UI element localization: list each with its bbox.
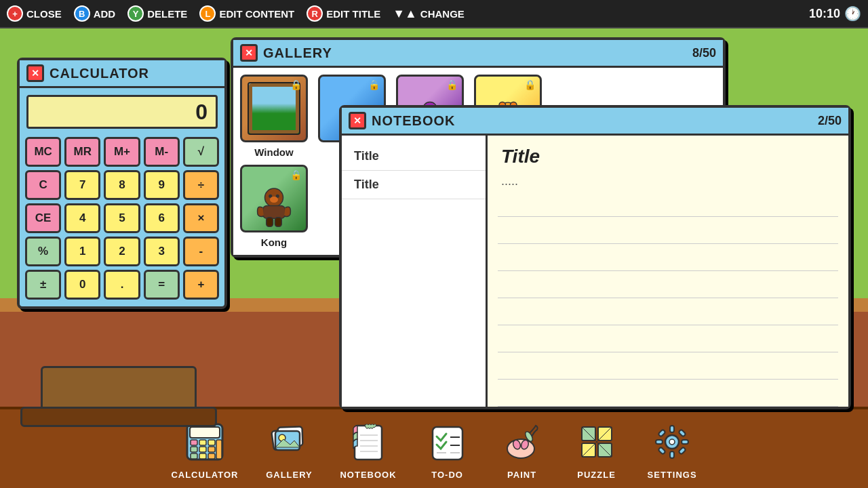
taskbar-notebook[interactable]: NOTEBOOK [340, 418, 396, 480]
gallery-close-button[interactable]: ✕ [240, 44, 258, 62]
calc-7-button[interactable]: 7 [64, 170, 100, 200]
calc-8-button[interactable]: 8 [104, 170, 140, 200]
taskbar-paint[interactable]: PAINT [498, 418, 546, 480]
time-display: 10:10 [809, 7, 840, 21]
notebook-count: 2/50 [818, 114, 842, 128]
lock-icon-kong: 🔒 [290, 169, 302, 180]
delete-btn-icon: Y [127, 5, 144, 22]
delete-label: DELETE [147, 8, 187, 20]
calculator-close-button[interactable]: ✕ [26, 64, 44, 82]
puzzle-taskbar-icon [573, 418, 620, 466]
svg-rect-56 [433, 427, 462, 460]
notebook-taskbar-icon [344, 418, 392, 466]
notebook-page-title: Title [501, 146, 835, 167]
calc-6-button[interactable]: 6 [144, 203, 180, 233]
calc-sqrt-button[interactable]: √ [183, 137, 219, 167]
taskbar-todo-label: TO-DO [431, 470, 463, 480]
edit-title-label: EDIT TITLE [326, 8, 380, 20]
gallery-item-window[interactable]: 🔒 Window [240, 75, 308, 158]
taskbar-puzzle-label: PUZZLE [577, 470, 616, 480]
svg-rect-36 [191, 440, 197, 445]
svg-rect-79 [658, 447, 665, 454]
settings-icon-svg [652, 422, 692, 462]
calc-plus-button[interactable]: + [183, 270, 219, 300]
notebook-list-item-1[interactable]: Title [342, 142, 486, 171]
calc-4-button[interactable]: 4 [64, 203, 100, 233]
clock-icon: 🕐 [844, 5, 861, 22]
calc-5-button[interactable]: 5 [104, 203, 140, 233]
calc-mc-button[interactable]: MC [25, 137, 61, 167]
calculator-window: ✕ CALCULATOR 0 MC MR M+ M- √ C 7 8 9 ÷ C… [17, 58, 227, 309]
toolbar-add[interactable]: B ADD [74, 5, 116, 22]
svg-point-72 [669, 439, 675, 445]
gallery-item-kong[interactable]: 🔒 Kong [240, 165, 308, 248]
calculator-titlebar: ✕ CALCULATOR [20, 60, 224, 88]
calc-c-button[interactable]: C [25, 170, 61, 200]
close-label: CLOSE [26, 8, 62, 20]
notebook-list-item-2[interactable]: Title [342, 171, 486, 199]
taskbar-puzzle[interactable]: PUZZLE [573, 418, 620, 480]
lock-icon-purple: 🔒 [446, 79, 458, 90]
calc-9-button[interactable]: 9 [144, 170, 180, 200]
calc-mplus-button[interactable]: M+ [104, 137, 140, 167]
calc-0-button[interactable]: 0 [64, 270, 100, 300]
taskbar-settings[interactable]: SETTINGS [648, 418, 697, 480]
taskbar-gallery[interactable]: GALLERY [265, 418, 313, 480]
calc-dot-button[interactable]: . [104, 270, 140, 300]
calc-1-button[interactable]: 1 [64, 237, 100, 266]
calc-3-button[interactable]: 3 [144, 237, 180, 266]
calc-percent-button[interactable]: % [25, 237, 61, 266]
notebook-icon-svg [348, 422, 389, 462]
calc-minus-button[interactable]: - [183, 237, 219, 266]
svg-rect-42 [191, 453, 197, 459]
calculator-icon-svg [184, 422, 225, 462]
svg-rect-76 [682, 440, 688, 444]
svg-rect-37 [199, 440, 206, 445]
svg-rect-45 [216, 440, 222, 459]
svg-rect-51 [355, 426, 382, 460]
notebook-line-8 [498, 380, 838, 407]
calc-2-button[interactable]: 2 [104, 237, 140, 266]
gallery-titlebar: ✕ GALLERY 8/50 [233, 40, 723, 68]
taskbar-calculator-label: CALCULATOR [171, 470, 238, 480]
gallery-label-kong: Kong [261, 237, 287, 248]
calc-equals-button[interactable]: = [144, 270, 180, 300]
svg-rect-44 [208, 453, 215, 459]
calc-mminus-button[interactable]: M- [144, 137, 180, 167]
taskbar-calculator[interactable]: CALCULATOR [171, 418, 238, 480]
calc-row-5: ± 0 . = + [25, 270, 219, 300]
gallery-label-window: Window [254, 146, 293, 158]
calc-multiply-button[interactable]: × [183, 203, 219, 233]
notebook-line-6 [498, 325, 838, 352]
add-label: ADD [94, 8, 116, 20]
svg-rect-77 [658, 429, 665, 436]
calc-plusminus-button[interactable]: ± [25, 270, 61, 300]
toolbar-close[interactable]: + CLOSE [7, 5, 62, 22]
window-frame [249, 83, 299, 134]
calc-mr-button[interactable]: MR [64, 137, 100, 167]
svg-rect-41 [208, 447, 215, 452]
toolbar-change[interactable]: ▼▲ CHANGE [393, 7, 465, 21]
calculator-buttons: MC MR M+ M- √ C 7 8 9 ÷ CE 4 5 6 × % 1 2… [20, 134, 224, 306]
edit-content-label: EDIT CONTENT [219, 8, 294, 20]
svg-point-61 [507, 439, 534, 458]
gallery-taskbar-icon [265, 418, 313, 466]
toolbar-delete[interactable]: Y DELETE [127, 5, 187, 22]
svg-rect-40 [199, 447, 206, 452]
taskbar-settings-label: SETTINGS [648, 470, 697, 480]
notebook-close-button[interactable]: ✕ [349, 112, 366, 129]
dpad-icon: ▼▲ [393, 7, 417, 21]
notebook-line-7 [498, 352, 838, 380]
svg-rect-32 [267, 218, 273, 227]
svg-rect-75 [656, 440, 663, 444]
change-label: CHANGE [420, 8, 465, 20]
todo-taskbar-icon [424, 418, 471, 466]
gallery-icon-svg [269, 422, 309, 462]
svg-rect-73 [670, 426, 674, 432]
calc-divide-button[interactable]: ÷ [183, 170, 219, 200]
svg-rect-39 [191, 447, 197, 452]
toolbar-edit-content[interactable]: L EDIT CONTENT [199, 5, 294, 22]
taskbar-todo[interactable]: TO-DO [424, 418, 471, 480]
toolbar-edit-title[interactable]: R EDIT TITLE [307, 5, 380, 22]
calc-ce-button[interactable]: CE [25, 203, 61, 233]
